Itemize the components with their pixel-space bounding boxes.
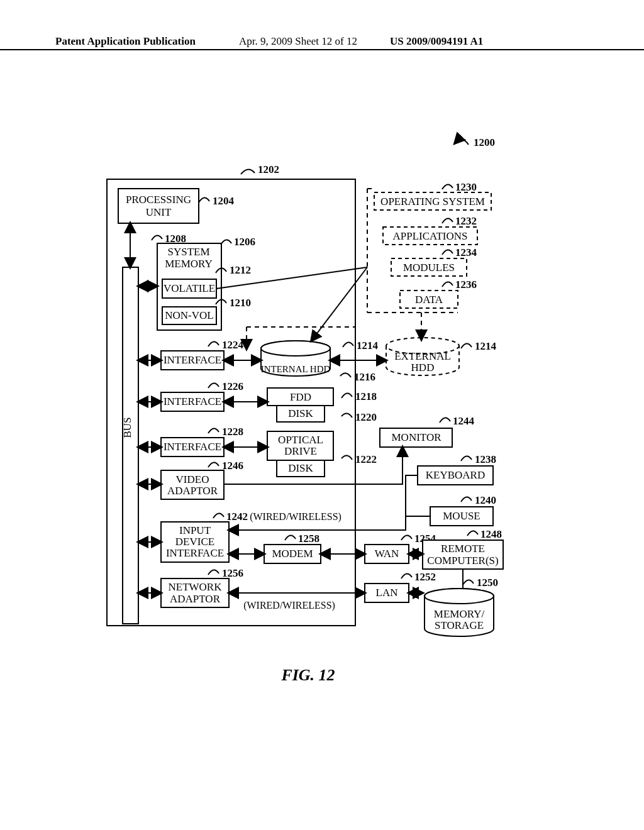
ref-1238: 1238 <box>475 453 496 465</box>
svg-point-1 <box>425 589 494 604</box>
ref-1244: 1244 <box>453 415 475 427</box>
ref-1246: 1246 <box>222 460 243 472</box>
modem-label: MODEM <box>272 548 313 560</box>
ref-1248: 1248 <box>480 528 502 540</box>
lan-label: LAN <box>376 587 398 599</box>
processing-unit-l2: UNIT <box>146 206 172 218</box>
disk2-label: DISK <box>288 462 313 474</box>
leader-1230 <box>442 184 453 189</box>
exthdd-l2: HDD <box>411 362 435 374</box>
interface3-label: INTERFACE <box>164 441 221 453</box>
leader-1248 <box>467 531 478 536</box>
bus-label: BUS <box>121 417 133 438</box>
wan-label: WAN <box>375 548 399 560</box>
leader-1250 <box>463 580 474 585</box>
video-l2: ADAPTOR <box>167 485 218 497</box>
modules-label: MODULES <box>403 262 455 274</box>
ref-1232: 1232 <box>455 215 477 227</box>
optical-l1: OPTICAL <box>278 434 323 446</box>
ref-1226: 1226 <box>222 380 243 392</box>
input-l2: DEVICE <box>175 536 214 548</box>
ref-1212: 1212 <box>230 264 251 276</box>
svg-point-0 <box>261 341 330 356</box>
ref-1242: 1242 <box>226 511 248 523</box>
leader-1238 <box>461 456 472 461</box>
ref-1206: 1206 <box>234 236 255 248</box>
wired-wireless-2: (WIRED/WIRELESS) <box>243 600 335 611</box>
ref-1234: 1234 <box>455 246 477 258</box>
bus-box <box>123 267 138 624</box>
nonvol-label: NON-VOL <box>165 309 213 321</box>
ref-1258: 1258 <box>298 533 319 545</box>
leader-1202 <box>241 169 255 174</box>
optical-l2: DRIVE <box>284 445 317 457</box>
ref-1208: 1208 <box>165 233 186 245</box>
leader-1252 <box>401 573 412 578</box>
remote-l2: COMPUTER(S) <box>427 555 498 567</box>
memstore-l2: STORAGE <box>435 619 484 631</box>
ref-1250: 1250 <box>477 577 498 589</box>
interface2-label: INTERFACE <box>164 396 221 407</box>
apps-label: APPLICATIONS <box>392 230 467 242</box>
interface1-label: INTERFACE <box>164 354 221 366</box>
ref-1228: 1228 <box>222 426 243 438</box>
keyboard-label: KEYBOARD <box>426 469 485 481</box>
leader-1214b <box>461 343 472 348</box>
figure-label: FIG. 12 <box>280 666 335 684</box>
leader-1236 <box>442 282 453 287</box>
ref-1256: 1256 <box>222 567 243 579</box>
ref-1224: 1224 <box>222 339 244 351</box>
ref-1200: 1200 <box>474 136 495 148</box>
internal-hdd-label: INTERNAL HDD <box>261 364 331 374</box>
video-l1: VIDEO <box>176 473 209 485</box>
ref-1218: 1218 <box>355 390 377 402</box>
sysmem-l1: SYSTEM <box>167 246 209 258</box>
processing-unit-l1: PROCESSING <box>126 194 191 206</box>
data-label: DATA <box>415 294 443 306</box>
fdd-label: FDD <box>290 391 311 403</box>
input-l3: INTERFACE <box>166 547 224 559</box>
leader-1240 <box>461 497 472 502</box>
leader-1244 <box>440 418 450 423</box>
sysmem-l2: MEMORY <box>165 258 213 270</box>
ref-1202: 1202 <box>258 163 279 175</box>
ref-1220: 1220 <box>355 411 377 423</box>
disk1-label: DISK <box>288 407 313 419</box>
input-l1: INPUT <box>179 524 211 536</box>
mouse-label: MOUSE <box>443 510 480 522</box>
ref-1216: 1216 <box>354 371 375 383</box>
ref-1230: 1230 <box>455 181 477 193</box>
leader-1234 <box>442 250 453 255</box>
leader-1200 <box>455 140 469 145</box>
ref-1214a: 1214 <box>357 340 379 351</box>
wired-wireless-1: (WIRED/WIRELESS) <box>250 511 341 523</box>
os-label: OPERATING SYSTEM <box>380 196 485 208</box>
monitor-label: MONITOR <box>391 431 441 443</box>
diagram-svg: 1200 1202 BUS PROCESSING UNIT 1204 SYSTE… <box>0 0 644 830</box>
ref-1240: 1240 <box>475 494 496 506</box>
volatile-label: VOLATILE <box>164 282 215 294</box>
remote-l1: REMOTE <box>441 543 485 555</box>
leader-1254 <box>401 535 412 540</box>
ref-1236: 1236 <box>455 279 477 290</box>
leader-1232 <box>442 218 453 223</box>
ref-1252: 1252 <box>414 571 436 583</box>
exthdd-l1: EXTERNAL <box>394 350 451 362</box>
memstore-l1: MEMORY/ <box>434 608 485 620</box>
net-l2: ADAPTOR <box>170 593 221 605</box>
ref-1214b: 1214 <box>475 340 497 352</box>
ref-1210: 1210 <box>230 297 251 309</box>
ref-1222: 1222 <box>355 453 377 465</box>
net-l1: NETWORK <box>169 581 223 593</box>
ref-1204: 1204 <box>213 195 235 207</box>
